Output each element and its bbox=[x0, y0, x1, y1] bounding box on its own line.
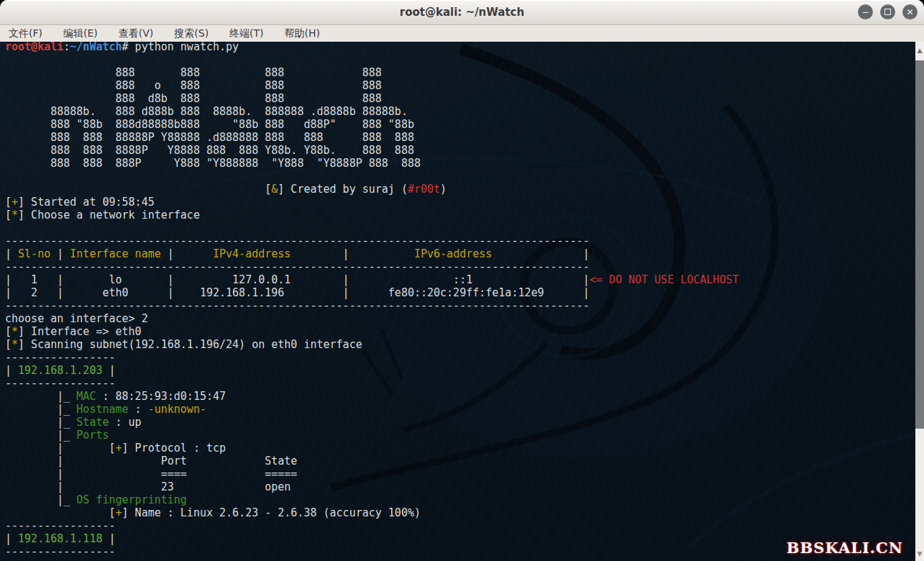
terminal-text-segment: | bbox=[50, 247, 70, 260]
terminal-line: 888 888 888 888 bbox=[5, 66, 739, 79]
terminal-line: |_ Hostname : -unknown- bbox=[5, 403, 739, 416]
terminal-text-segment: : bbox=[63, 42, 70, 53]
terminal-text-segment: 888 888 88888P Y88888 .d888888 888 888 8… bbox=[5, 131, 414, 144]
terminal-text-segment: | 23 open bbox=[5, 480, 291, 493]
terminal-text-segment: | bbox=[5, 364, 18, 377]
terminal-line: [&] Created by suraj (#r00t) bbox=[5, 183, 739, 196]
terminal-output: root@kali:~/nWatch# python nwatch.py 888… bbox=[5, 42, 739, 558]
terminal-line bbox=[5, 222, 739, 234]
terminal-text-segment: ~/nWatch bbox=[70, 42, 122, 53]
terminal-text-segment: 888 d8b 888 888 888 bbox=[5, 92, 382, 105]
terminal-text-segment: ] Choose a network interface bbox=[18, 209, 200, 222]
terminal-text-segment: ----------------- bbox=[5, 351, 116, 364]
terminal-line: | 192.168.1.118 | bbox=[5, 532, 739, 545]
terminal-text-segment: ] Created by suraj ( bbox=[278, 183, 408, 196]
terminal-text-segment: Hostname bbox=[76, 403, 128, 416]
terminal-text-segment: ] Name : Linux 2.6.23 - 2.6.38 (accuracy… bbox=[122, 506, 421, 519]
terminal-text-segment: IPv6-address bbox=[414, 247, 492, 260]
terminal-text-segment: 192.168.1.118 bbox=[18, 532, 102, 545]
terminal-text-segment: | bbox=[291, 247, 414, 260]
minimize-icon: − bbox=[861, 8, 869, 17]
terminal-line: | Sl-no | Interface name | IPv4-address … bbox=[5, 247, 739, 260]
terminal-line: | 1 | lo | 127.0.0.1 | ::1 |<= DO NOT US… bbox=[5, 273, 739, 286]
menu-item-0[interactable]: 文件(F) bbox=[9, 27, 42, 40]
terminal-text-segment: [ bbox=[5, 209, 12, 222]
terminal-text-segment: + bbox=[116, 442, 122, 455]
terminal-text-segment: | 1 | lo | 127.0.0.1 | ::1 | bbox=[5, 273, 590, 286]
terminal-line: |_ Ports bbox=[5, 429, 739, 442]
menu-bar: 文件(F)编辑(E)查看(V)搜索(S)终端(T)帮助(H) bbox=[0, 25, 924, 42]
menu-item-2[interactable]: 查看(V) bbox=[119, 27, 154, 40]
scrollbar[interactable]: ▲ ▼ bbox=[915, 42, 924, 561]
scroll-down-arrow-icon[interactable]: ▼ bbox=[915, 548, 924, 560]
terminal-text-segment: ----------------------------------------… bbox=[5, 260, 590, 273]
terminal-text-segment: + bbox=[116, 506, 122, 519]
scroll-up-arrow-icon[interactable]: ▲ bbox=[915, 45, 924, 56]
terminal-line: [+] Name : Linux 2.6.23 - 2.6.38 (accura… bbox=[5, 506, 739, 519]
close-icon: ✕ bbox=[906, 8, 913, 17]
terminal-line: |_ MAC : 88:25:93:d0:15:47 bbox=[5, 390, 739, 403]
terminal-text-segment: & bbox=[271, 183, 278, 196]
terminal-text-segment: |_ bbox=[5, 493, 76, 506]
terminal-line: | 2 | eth0 | 192.168.1.196 | fe80::20c:2… bbox=[5, 286, 739, 299]
menu-item-5[interactable]: 帮助(H) bbox=[285, 27, 320, 40]
terminal-line: | Port State bbox=[5, 455, 739, 468]
titlebar[interactable]: root@kali: ~/nWatch − ✕ bbox=[0, 0, 924, 25]
terminal-text-segment: Sl-no bbox=[18, 247, 50, 260]
terminal-text-segment: 192.168.1.203 bbox=[18, 364, 102, 377]
watermark: BBSKALI.CN bbox=[787, 539, 903, 557]
terminal-line: 88888b. 888 d888b 888 8888b. 888888 .d88… bbox=[5, 105, 739, 118]
terminal-text-segment: IPv4-address bbox=[213, 247, 291, 260]
terminal-text-segment: ----------------------------------------… bbox=[5, 299, 590, 312]
terminal-text-segment: | bbox=[102, 532, 115, 545]
terminal-text-segment: * bbox=[12, 209, 18, 222]
terminal-text-segment: * bbox=[12, 325, 18, 338]
terminal-text-segment: ----------------------------------------… bbox=[5, 234, 590, 247]
terminal-text-segment: |_ bbox=[5, 416, 76, 429]
terminal-text-segment: 888 888 888 888 bbox=[5, 66, 382, 79]
terminal-text-segment: [ bbox=[5, 196, 12, 209]
terminal-line: 888 d8b 888 888 888 bbox=[5, 92, 739, 105]
terminal-line: |_ OS fingerprinting bbox=[5, 493, 739, 506]
terminal-text-segment: | bbox=[102, 364, 115, 377]
terminal-text-segment: Interface name bbox=[70, 247, 160, 260]
terminal-text-segment: | bbox=[5, 247, 18, 260]
terminal-text-segment: [ bbox=[5, 183, 271, 196]
terminal-line bbox=[5, 53, 739, 66]
terminal-text-segment: * bbox=[12, 338, 18, 351]
scrollbar-thumb[interactable] bbox=[915, 60, 924, 429]
terminal-line: 888 888 88888P Y88888 .d888888 888 888 8… bbox=[5, 131, 739, 144]
terminal-screen[interactable]: root@kali:~/nWatch# python nwatch.py 888… bbox=[0, 42, 915, 561]
terminal-text-segment: ----------------- bbox=[5, 377, 116, 390]
maximize-button[interactable] bbox=[880, 4, 895, 19]
terminal-text-segment: 888 888 888P Y888 "Y888888 "Y888 "Y8888P… bbox=[5, 157, 421, 170]
terminal-line: ----------------- bbox=[5, 351, 739, 364]
menu-item-1[interactable]: 编辑(E) bbox=[63, 27, 98, 40]
terminal-text-segment: [ bbox=[5, 325, 12, 338]
terminal-line: 888 o 888 888 888 bbox=[5, 79, 739, 92]
terminal-text-segment: 888 888 8888P Y8888 888 888 Y88b. Y88b. … bbox=[5, 144, 414, 157]
terminal-text-segment: |_ bbox=[5, 390, 76, 403]
terminal-text-segment: 888 "88b 888d88888b888 "88b 888 d88P" 88… bbox=[5, 118, 414, 131]
terminal-text-segment: ----------------- bbox=[5, 545, 116, 558]
terminal-text-segment: : up bbox=[109, 416, 142, 429]
menu-item-4[interactable]: 终端(T) bbox=[229, 27, 263, 40]
terminal-line: [*] Scanning subnet(192.168.1.196/24) on… bbox=[5, 338, 739, 351]
terminal-text-segment: | bbox=[161, 247, 213, 260]
terminal-line: ----------------- bbox=[5, 545, 739, 558]
terminal-text-segment: root@kali bbox=[5, 42, 63, 53]
terminal-line: ----------------- bbox=[5, 377, 739, 390]
window-controls: − ✕ bbox=[858, 4, 918, 19]
terminal-text-segment: Ports bbox=[76, 429, 109, 442]
terminal-text-segment: ] Protocol : tcp bbox=[122, 442, 227, 455]
terminal-line: [*] Interface => eth0 bbox=[5, 325, 739, 338]
terminal-text-segment: #r00t bbox=[408, 183, 440, 196]
terminal-text-segment: MAC bbox=[76, 390, 96, 403]
terminal-text-segment: choose an interface> 2 bbox=[5, 312, 148, 325]
close-button[interactable]: ✕ bbox=[902, 4, 918, 19]
menu-item-3[interactable]: 搜索(S) bbox=[174, 27, 209, 40]
terminal-text-segment: <= DO NOT USE LOCALHOST bbox=[590, 273, 739, 286]
terminal-text-segment: OS fingerprinting bbox=[76, 493, 187, 506]
terminal-text-segment: ] Started at 09:58:45 bbox=[18, 196, 155, 209]
minimize-button[interactable]: − bbox=[858, 4, 873, 19]
